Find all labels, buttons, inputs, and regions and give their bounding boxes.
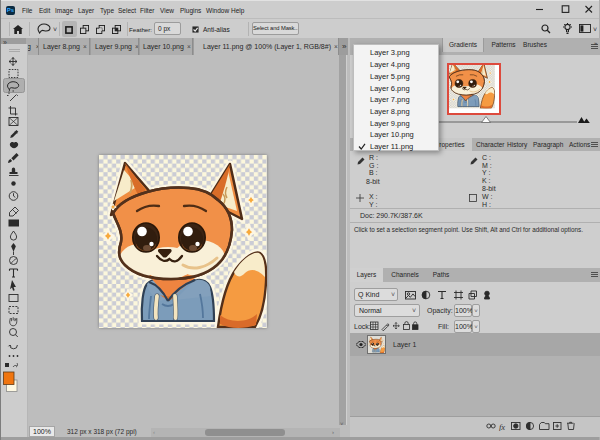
svg-text:fx: fx bbox=[499, 422, 505, 432]
